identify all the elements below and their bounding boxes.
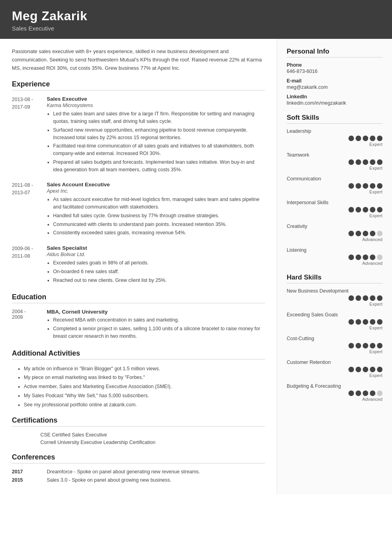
- skill-dots: [287, 231, 382, 236]
- skill-name: Interpersonal Skills: [287, 200, 382, 205]
- skill-dot: [348, 231, 354, 236]
- skill-row: Exceeding Sales Goals Expert: [287, 312, 382, 330]
- certifications-section-title: Certifications: [12, 416, 265, 427]
- skill-name: Communication: [287, 176, 382, 182]
- skill-dots: [287, 319, 382, 325]
- skill-dot: [370, 295, 375, 301]
- activity-item: My Sales Podcast "Why We Sell," has 5,00…: [24, 392, 265, 400]
- skill-dot: [356, 136, 361, 141]
- skill-dot: [363, 319, 368, 325]
- experience-item: 2009-06 -2011-08 Sales Specialist Aldus …: [12, 245, 265, 285]
- edu-bullets: Received MBA with concentration in sales…: [47, 316, 265, 340]
- exp-bullet: Prepared all sales budgets and forecasts…: [53, 159, 265, 174]
- skill-dot: [377, 231, 382, 236]
- email-value: meg@zakarik.com: [287, 84, 382, 90]
- exp-bullet: Communicated with clients to understand …: [53, 221, 265, 228]
- candidate-title: Sales Executive: [12, 25, 380, 32]
- skill-dot: [363, 295, 368, 301]
- skill-level: Advanced: [287, 261, 382, 266]
- skill-dots: [287, 136, 382, 141]
- exp-bullet: Handled full sales cycle. Grew business …: [53, 212, 265, 220]
- phone-value: 646-873-6016: [287, 69, 382, 74]
- skill-dot: [363, 390, 368, 396]
- skill-dot: [356, 255, 361, 260]
- skill-dot: [356, 207, 361, 212]
- education-item: 2004 -2009 MBA, Cornell University Recei…: [12, 309, 265, 341]
- exp-bullets: Exceeded sales goals in 98% of all perio…: [47, 259, 265, 284]
- skill-row: New Business Development Expert: [287, 288, 382, 306]
- skill-row: Interpersonal Skills Expert: [287, 200, 382, 218]
- skill-dot: [377, 207, 382, 212]
- exp-job-title: Sales Executive: [47, 96, 265, 102]
- exp-date: 2009-06 -2011-08: [12, 245, 40, 285]
- skill-dot: [377, 255, 382, 260]
- experience-item: 2013-08 -2017-09 Sales Executive Karma M…: [12, 96, 265, 174]
- skill-row: Communication Expert: [287, 176, 382, 194]
- exp-company: Aldus Bolivar Ltd.: [47, 252, 265, 257]
- skill-level: Expert: [287, 166, 382, 170]
- cert-container: CSE Certified Sales ExecutiveCornell Uni…: [12, 432, 265, 445]
- skill-dot: [377, 390, 382, 396]
- skill-dot: [356, 343, 361, 348]
- exp-bullet: Facilitated real-time communication of a…: [53, 142, 265, 157]
- conf-container: 2017 Dreamforce - Spoke on panel about g…: [12, 469, 265, 483]
- skill-dot: [370, 207, 375, 212]
- skill-dot: [377, 183, 382, 189]
- personal-info-block: Phone 646-873-6016 E-mail meg@zakarik.co…: [287, 62, 382, 106]
- hard-skills-container: New Business Development Expert Exceedin…: [287, 288, 382, 402]
- skill-row: Teamwork Expert: [287, 152, 382, 170]
- skill-dots: [287, 183, 382, 189]
- skill-dots: [287, 207, 382, 212]
- left-column: Passionate sales executive with 8+ years…: [0, 39, 277, 494]
- skill-dot: [348, 183, 354, 189]
- skill-dots: [287, 255, 382, 260]
- skill-name: Cost-Cutting: [287, 336, 382, 341]
- activity-item: Active member, Sales and Marketing Execu…: [24, 383, 265, 390]
- soft-skills-container: Leadership Expert Teamwork Expert Commun…: [287, 128, 382, 266]
- skill-row: Creativity Advanced: [287, 224, 382, 242]
- main-layout: Passionate sales executive with 8+ years…: [0, 39, 392, 494]
- skill-dot: [356, 319, 361, 325]
- skill-dot: [363, 367, 368, 372]
- skill-row: Listening Advanced: [287, 247, 382, 266]
- skill-dot: [348, 295, 354, 301]
- skill-level: Expert: [287, 349, 382, 354]
- activities-list: My article on influence in "Brain Blogge…: [12, 365, 265, 409]
- skill-dot: [363, 343, 368, 348]
- personal-info-title: Personal Info: [287, 48, 382, 57]
- hard-skills-title: Hard Skills: [287, 274, 382, 283]
- conf-desc: Dreamforce - Spoke on panel about genera…: [47, 469, 265, 475]
- skill-dot: [356, 159, 361, 165]
- exp-bullets: As sales account executive for mid-level…: [47, 196, 265, 237]
- exp-job-title: Sales Account Executive: [47, 182, 265, 188]
- skill-name: Listening: [287, 247, 382, 253]
- additional-section-title: Additional Activities: [12, 349, 265, 360]
- skill-dot: [370, 159, 375, 165]
- skill-row: Leadership Expert: [287, 128, 382, 147]
- experience-section-title: Experience: [12, 80, 265, 90]
- skill-dot: [370, 319, 375, 325]
- skill-row: Budgeting & Forecasting Advanced: [287, 383, 382, 402]
- edu-degree: MBA, Cornell University: [47, 309, 265, 315]
- skill-dot: [348, 207, 354, 212]
- cert-item: Cornell University Executive Leadership …: [40, 440, 265, 445]
- skill-name: Creativity: [287, 224, 382, 229]
- skill-dots: [287, 343, 382, 348]
- exp-bullet: Reached out to new clients. Grew client …: [53, 277, 265, 284]
- experience-container: 2013-08 -2017-09 Sales Executive Karma M…: [12, 96, 265, 285]
- activity-item: My piece on email marketing was linked t…: [24, 374, 265, 381]
- skill-name: Customer Retention: [287, 360, 382, 365]
- exp-company: Apexi Inc.: [47, 188, 265, 194]
- phone-label: Phone: [287, 62, 382, 68]
- skill-dot: [377, 319, 382, 325]
- skill-name: Leadership: [287, 128, 382, 134]
- skill-dot: [363, 207, 368, 212]
- exp-bullet: On-boarded 6 new sales staff.: [53, 268, 265, 276]
- skill-dot: [370, 367, 375, 372]
- skill-dot: [370, 231, 375, 236]
- skill-dot: [348, 159, 354, 165]
- skill-dot: [356, 367, 361, 372]
- skill-dots: [287, 295, 382, 301]
- skill-name: New Business Development: [287, 288, 382, 294]
- experience-item: 2011-08 -2013-07 Sales Account Executive…: [12, 182, 265, 238]
